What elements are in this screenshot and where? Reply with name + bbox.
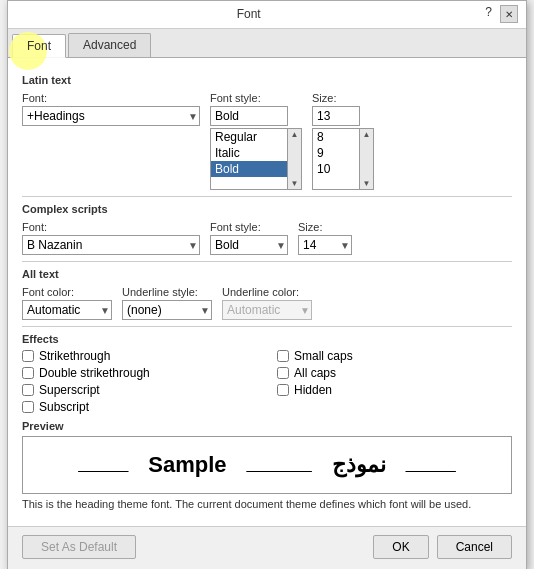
double-strikethrough-checkbox[interactable]: [22, 367, 34, 379]
strikethrough-label: Strikethrough: [39, 349, 110, 363]
all-caps-label: All caps: [294, 366, 336, 380]
complex-style-select[interactable]: Bold: [210, 235, 288, 255]
latin-size-listbox[interactable]: 8 9 10: [312, 128, 360, 190]
preview-description: This is the heading theme font. The curr…: [22, 498, 512, 510]
dialog-title: Font: [16, 7, 481, 21]
small-caps-label: Small caps: [294, 349, 353, 363]
tab-advanced-label: Advanced: [83, 38, 136, 52]
latin-size-label: Size:: [312, 92, 374, 104]
tab-bar: Font Advanced: [8, 29, 526, 58]
latin-style-listbox[interactable]: Regular Italic Bold: [210, 128, 288, 190]
ok-button[interactable]: OK: [373, 535, 428, 559]
scroll-up-icon[interactable]: ▲: [291, 130, 299, 139]
complex-font-label: Font:: [22, 221, 200, 233]
size-10[interactable]: 10: [313, 161, 359, 177]
underline-style-select-wrapper: (none) ▼: [122, 300, 212, 320]
subscript-checkbox[interactable]: [22, 401, 34, 413]
subscript-row: Subscript: [22, 400, 257, 414]
complex-font-select-wrapper: B Nazanin ▼: [22, 235, 200, 255]
subscript-label: Subscript: [39, 400, 89, 414]
color-label: Font color:: [22, 286, 112, 298]
latin-text-row: Font: +Headings ▼ Font style: Regular It…: [22, 92, 512, 190]
color-select[interactable]: Automatic: [22, 300, 112, 320]
hidden-row: Hidden: [277, 383, 512, 397]
preview-underline-right: _____: [406, 454, 456, 475]
small-caps-row: Small caps: [277, 349, 512, 363]
color-select-wrapper: Automatic ▼: [22, 300, 112, 320]
tab-advanced[interactable]: Advanced: [68, 33, 151, 57]
complex-scripts-section: Complex scripts Font: B Nazanin ▼ Font s…: [22, 203, 512, 255]
complex-style-label: Font style:: [210, 221, 288, 233]
set-default-button[interactable]: Set As Default: [22, 535, 136, 559]
preview-rtl-text: نموذج: [332, 452, 386, 478]
latin-style-listbox-wrapper: Regular Italic Bold ▲ ▼: [210, 128, 302, 190]
complex-scripts-label: Complex scripts: [22, 203, 512, 215]
preview-section: Preview _____ Sample ___ ___ نموذج _____…: [22, 420, 512, 510]
effects-section: Effects Strikethrough Small caps Double …: [22, 333, 512, 414]
divider-3: [22, 326, 512, 327]
underline-style-group: Underline style: (none) ▼: [122, 286, 212, 320]
strikethrough-checkbox[interactable]: [22, 350, 34, 362]
style-italic[interactable]: Italic: [211, 145, 287, 161]
title-bar: Font ? ✕: [8, 1, 526, 29]
effects-label: Effects: [22, 333, 512, 345]
complex-font-select[interactable]: B Nazanin: [22, 235, 200, 255]
latin-font-select[interactable]: +Headings: [22, 106, 200, 126]
all-caps-row: All caps: [277, 366, 512, 380]
hidden-checkbox[interactable]: [277, 384, 289, 396]
latin-text-label: Latin text: [22, 74, 512, 86]
complex-style-select-wrapper: Bold ▼: [210, 235, 288, 255]
dialog-footer: Set As Default OK Cancel: [8, 526, 526, 569]
double-strikethrough-label: Double strikethrough: [39, 366, 150, 380]
cancel-button[interactable]: Cancel: [437, 535, 512, 559]
hidden-label: Hidden: [294, 383, 332, 397]
tab-font-label: Font: [27, 39, 51, 53]
latin-size-scrollbar: ▲ ▼: [360, 128, 374, 190]
underline-style-label: Underline style:: [122, 286, 212, 298]
title-controls: ? ✕: [481, 5, 518, 23]
superscript-label: Superscript: [39, 383, 100, 397]
effects-grid: Strikethrough Small caps Double striketh…: [22, 349, 512, 414]
preview-underline-mid: ___ ___: [247, 454, 312, 475]
latin-size-input[interactable]: [312, 106, 360, 126]
color-group: Font color: Automatic ▼: [22, 286, 112, 320]
size-8[interactable]: 8: [313, 129, 359, 145]
latin-size-listbox-wrapper: 8 9 10 ▲ ▼: [312, 128, 374, 190]
latin-style-input[interactable]: [210, 106, 288, 126]
latin-style-label: Font style:: [210, 92, 302, 104]
all-text-label: All text: [22, 268, 512, 280]
small-caps-checkbox[interactable]: [277, 350, 289, 362]
latin-font-label: Font:: [22, 92, 200, 104]
latin-size-group: Size: 8 9 10 ▲ ▼: [312, 92, 374, 190]
superscript-checkbox[interactable]: [22, 384, 34, 396]
latin-style-scrollbar: ▲ ▼: [288, 128, 302, 190]
complex-size-select-wrapper: 14 ▼: [298, 235, 352, 255]
help-button[interactable]: ?: [481, 5, 496, 23]
underline-color-select[interactable]: Automatic: [222, 300, 312, 320]
all-caps-checkbox[interactable]: [277, 367, 289, 379]
preview-underline-left: _____: [78, 454, 128, 475]
close-button[interactable]: ✕: [500, 5, 518, 23]
preview-label: Preview: [22, 420, 512, 432]
double-strikethrough-row: Double strikethrough: [22, 366, 257, 380]
divider-2: [22, 261, 512, 262]
latin-style-group: Font style: Regular Italic Bold ▲ ▼: [210, 92, 302, 190]
dialog-body: Latin text Font: +Headings ▼ Font style:: [8, 58, 526, 526]
divider-1: [22, 196, 512, 197]
footer-right-buttons: OK Cancel: [373, 535, 512, 559]
complex-style-group: Font style: Bold ▼: [210, 221, 288, 255]
size-9[interactable]: 9: [313, 145, 359, 161]
complex-size-group: Size: 14 ▼: [298, 221, 352, 255]
scroll-down-icon[interactable]: ▼: [291, 179, 299, 188]
underline-color-group: Underline color: Automatic ▼: [222, 286, 312, 320]
complex-size-select[interactable]: 14: [298, 235, 352, 255]
style-regular[interactable]: Regular: [211, 129, 287, 145]
size-scroll-up-icon[interactable]: ▲: [363, 130, 371, 139]
strikethrough-row: Strikethrough: [22, 349, 257, 363]
underline-style-select[interactable]: (none): [122, 300, 212, 320]
size-scroll-down-icon[interactable]: ▼: [363, 179, 371, 188]
underline-color-select-wrapper: Automatic ▼: [222, 300, 312, 320]
style-bold[interactable]: Bold: [211, 161, 287, 177]
all-text-row: Font color: Automatic ▼ Underline style:…: [22, 286, 512, 320]
tab-font[interactable]: Font: [12, 34, 66, 58]
